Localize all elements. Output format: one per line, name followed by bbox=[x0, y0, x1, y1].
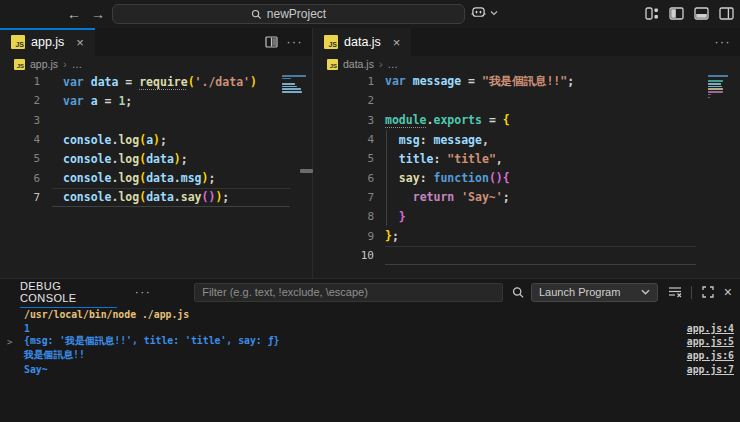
line-number: 10 bbox=[313, 249, 385, 262]
console-row[interactable]: 我是個訊息!!app.js:6 bbox=[0, 349, 740, 363]
copilot-menu[interactable] bbox=[470, 5, 498, 20]
bottom-panel: DEBUG CONSOLE ··· Launch Program bbox=[0, 278, 740, 422]
code-line[interactable]: 2var a = 1; bbox=[0, 91, 312, 110]
tab-bar-right: JS data.js × ··· bbox=[313, 28, 740, 56]
vscode-window: ← → newProject bbox=[0, 0, 740, 422]
title-bar: ← → newProject bbox=[0, 0, 740, 28]
code-line[interactable]: 5 title: "title", bbox=[313, 149, 740, 168]
search-icon[interactable] bbox=[512, 286, 524, 299]
close-tab-icon[interactable]: × bbox=[76, 36, 84, 49]
console-row[interactable]: /usr/local/bin/node ./app.js bbox=[0, 308, 740, 322]
toggle-primary-sidebar-icon[interactable] bbox=[669, 7, 684, 20]
search-icon bbox=[251, 9, 262, 20]
code-line[interactable]: 1var message = "我是個訊息!!"; bbox=[313, 72, 740, 91]
expand-object-icon[interactable]: > bbox=[7, 337, 12, 347]
code-line[interactable]: 7console.log(data.say()); bbox=[0, 188, 312, 207]
tab-app-js[interactable]: JS app.js × bbox=[0, 28, 95, 56]
more-actions-icon[interactable]: ··· bbox=[135, 285, 152, 299]
javascript-file-icon: JS bbox=[327, 59, 338, 70]
chevron-right-icon: › bbox=[63, 58, 67, 70]
code-editor-app-js[interactable]: 1var data = require('./data')2var a = 1;… bbox=[0, 72, 312, 278]
code-line[interactable]: 3module.exports = { bbox=[313, 111, 740, 130]
tab-label: app.js bbox=[31, 35, 64, 49]
toggle-secondary-sidebar-icon[interactable] bbox=[719, 7, 734, 20]
code-line[interactable]: 6 say: function(){ bbox=[313, 168, 740, 187]
console-row[interactable]: >{msg: '我是個訊息!!', title: 'title', say: ƒ… bbox=[0, 335, 740, 349]
code-line[interactable]: 10 bbox=[313, 246, 740, 265]
line-number: 7 bbox=[313, 191, 385, 204]
code-text: }; bbox=[385, 229, 399, 243]
code-line[interactable]: 7 return 'Say~'; bbox=[313, 188, 740, 207]
code-line[interactable]: 9}; bbox=[313, 226, 740, 245]
code-text: title: "title", bbox=[385, 152, 503, 166]
code-line[interactable]: 2 bbox=[313, 91, 740, 110]
code-text: var data = require('./data') bbox=[63, 75, 257, 89]
code-text: msg: message, bbox=[385, 133, 489, 147]
breadcrumb[interactable]: JS data.js › … bbox=[313, 56, 740, 72]
more-actions-icon[interactable]: ··· bbox=[287, 35, 304, 49]
console-filter-input[interactable] bbox=[194, 283, 502, 302]
source-location-link[interactable]: app.js:7 bbox=[687, 364, 734, 375]
close-tab-icon[interactable]: × bbox=[393, 36, 401, 49]
tab-data-js[interactable]: JS data.js × bbox=[313, 28, 411, 56]
indent-guide bbox=[386, 130, 387, 226]
chevron-down-icon bbox=[641, 289, 650, 295]
chevron-down-icon bbox=[490, 10, 498, 16]
forward-icon[interactable]: → bbox=[90, 6, 106, 22]
code-line[interactable]: 6console.log(data.msg); bbox=[0, 168, 312, 187]
javascript-file-icon: JS bbox=[324, 35, 338, 49]
scrollbar-handle[interactable] bbox=[300, 169, 313, 173]
line-number: 6 bbox=[313, 172, 385, 185]
code-line[interactable]: 5console.log(data); bbox=[0, 149, 312, 168]
command-center-label: newProject bbox=[267, 7, 326, 21]
line-number: 3 bbox=[0, 114, 63, 127]
back-icon[interactable]: ← bbox=[66, 6, 82, 22]
code-editor-data-js[interactable]: 1var message = "我是個訊息!!";23module.export… bbox=[313, 72, 740, 278]
code-text: console.log(a); bbox=[63, 133, 167, 147]
tab-debug-console[interactable]: DEBUG CONSOLE bbox=[20, 276, 117, 308]
customize-layout-icon[interactable] bbox=[645, 7, 659, 20]
source-location-link[interactable]: app.js:4 bbox=[687, 323, 734, 334]
debug-console-output[interactable]: /usr/local/bin/node ./app.js1app.js:4>{m… bbox=[0, 305, 740, 376]
code-line[interactable]: 1var data = require('./data') bbox=[0, 72, 312, 91]
toggle-panel-icon[interactable] bbox=[694, 7, 709, 20]
console-text: Say~ bbox=[24, 364, 48, 375]
line-number: 5 bbox=[0, 152, 63, 165]
split-editor-icon[interactable] bbox=[265, 36, 278, 48]
breadcrumb[interactable]: JS app.js › … bbox=[0, 56, 312, 72]
minimap[interactable] bbox=[282, 75, 308, 94]
code-line[interactable]: 8 } bbox=[313, 207, 740, 226]
launch-configuration-label: Launch Program bbox=[539, 286, 620, 298]
panel-header: DEBUG CONSOLE ··· Launch Program bbox=[0, 279, 740, 305]
copilot-icon bbox=[470, 5, 487, 20]
breadcrumb-file: data.js bbox=[343, 58, 374, 70]
console-text: {msg: '我是個訊息!!', title: 'title', say: ƒ} bbox=[24, 335, 279, 348]
close-panel-icon[interactable]: × bbox=[724, 285, 732, 299]
editor-group-right: JS data.js × ··· JS data.js › … 1var mes… bbox=[313, 28, 740, 278]
command-center-search[interactable]: newProject bbox=[112, 4, 465, 24]
line-number: 5 bbox=[313, 152, 385, 165]
source-location-link[interactable]: app.js:6 bbox=[687, 350, 734, 361]
source-location-link[interactable]: app.js:5 bbox=[687, 336, 734, 347]
maximize-panel-icon[interactable] bbox=[702, 286, 714, 298]
code-line[interactable]: 3 bbox=[0, 111, 312, 130]
editor-group-left: JS app.js × ··· JS app.js › … bbox=[0, 28, 312, 278]
launch-configuration-select[interactable]: Launch Program bbox=[531, 283, 658, 302]
line-number: 7 bbox=[0, 191, 63, 204]
minimap[interactable] bbox=[708, 75, 734, 102]
tab-label: data.js bbox=[344, 35, 381, 49]
code-text: say: function(){ bbox=[385, 171, 510, 185]
code-text: var a = 1; bbox=[63, 94, 132, 108]
console-row[interactable]: Say~app.js:7 bbox=[0, 362, 740, 376]
code-text: console.log(data.say()); bbox=[63, 190, 229, 204]
breadcrumb-symbol: … bbox=[72, 58, 83, 70]
code-line[interactable]: 4console.log(a); bbox=[0, 130, 312, 149]
more-actions-icon[interactable]: ··· bbox=[715, 35, 732, 49]
console-text: 1 bbox=[24, 323, 30, 334]
line-number: 2 bbox=[313, 94, 385, 107]
code-line[interactable]: 4 msg: message, bbox=[313, 130, 740, 149]
console-row[interactable]: 1app.js:4 bbox=[0, 322, 740, 336]
line-number: 1 bbox=[313, 75, 385, 88]
line-number: 6 bbox=[0, 172, 63, 185]
clear-console-icon[interactable] bbox=[668, 286, 682, 298]
